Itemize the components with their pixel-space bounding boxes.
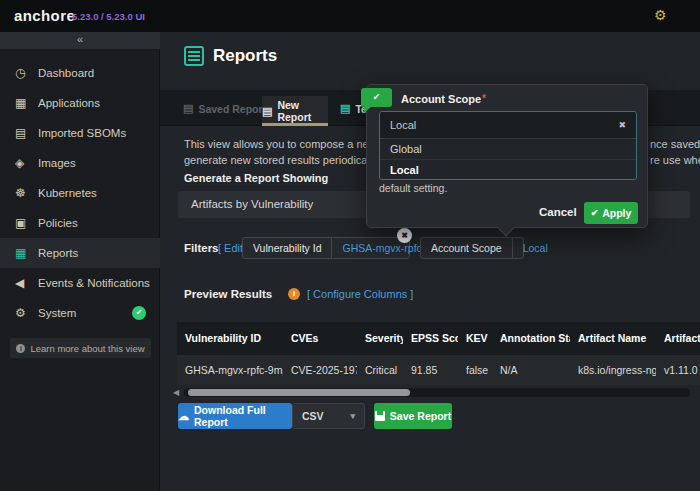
helm-wheel-icon: ☸ [15, 186, 32, 200]
account-scope-field-label: Account Scope* [401, 93, 486, 105]
tag-icon: ◈ [15, 156, 32, 170]
sidebar-item-label: System [38, 307, 76, 319]
sidebar-item-label: Policies [38, 217, 78, 229]
sidebar-nav: ◷ Dashboard ▦ Applications ▤ Imported SB… [0, 58, 160, 328]
anchore-logo: anchore [14, 7, 75, 24]
sidebar: « ◷ Dashboard ▦ Applications ▤ Imported … [0, 32, 160, 491]
remove-filter-icon[interactable]: ✖ [397, 228, 412, 243]
scroll-left-icon[interactable]: ◀ [173, 388, 179, 397]
file-icon: ▤ [15, 126, 32, 140]
configure-columns-link[interactable]: [ Configure Columns ] [307, 288, 413, 300]
save-label: Save Report [390, 410, 451, 422]
popup-tail [498, 220, 515, 237]
sidebar-item-label: Kubernetes [38, 187, 97, 199]
download-label: Download Full Report [194, 404, 292, 428]
sidebar-item-kubernetes[interactable]: ☸ Kubernetes [0, 178, 160, 208]
save-floppy-icon [375, 411, 385, 421]
sidebar-collapse-button[interactable]: « [0, 32, 160, 49]
applied-check-bubble[interactable]: ✔ [361, 88, 392, 107]
chevron-down-icon: ▾ [350, 411, 355, 421]
version-label: 5.23.0 / 5.23.0 UI [72, 11, 145, 22]
format-label: CSV [302, 410, 324, 422]
anchore-app: anchore 5.23.0 / 5.23.0 UI ⚙ « ◷ Dashboa… [0, 0, 700, 491]
column-header: CVEs [283, 332, 357, 344]
save-report-button[interactable]: Save Report [374, 403, 452, 429]
helper-text-fragment: default setting. [379, 182, 447, 194]
option-global[interactable]: Global [380, 139, 636, 159]
table-header-row: Vulnerability ID CVEs Severity EPSS Scor… [177, 322, 700, 354]
column-header: Annotation Status [492, 332, 570, 344]
cell-vulnerability-id: GHSA-mgvx-rpfc-9mpv [177, 364, 283, 376]
filter-chip-account-scope[interactable]: Account Scope Local [420, 237, 524, 259]
preview-info-icon[interactable]: i [288, 288, 300, 300]
sidebar-item-images[interactable]: ◈ Images [0, 148, 160, 178]
sidebar-item-label: Applications [38, 97, 100, 109]
column-header: Artifact Name [570, 332, 656, 344]
chip-name: Vulnerability Id [243, 238, 331, 258]
table-row[interactable]: GHSA-mgvx-rpfc-9mpv CVE-2025-1974 Critic… [177, 354, 700, 385]
apply-label: Apply [602, 207, 631, 219]
tab-new-report[interactable]: ▤ New Report [262, 96, 328, 126]
cell-kev: false [458, 364, 492, 376]
briefcase-icon: ▣ [15, 216, 32, 230]
learn-more-button[interactable]: i Learn more about this view [10, 338, 151, 358]
column-header: Vulnerability ID [177, 332, 283, 344]
sidebar-item-label: Reports [38, 247, 78, 259]
generate-report-label: Generate a Report Showing [184, 172, 328, 184]
main-content: Reports ▤ Saved Reports ▤ New Report ▤ T… [160, 32, 700, 491]
tab-saved-reports[interactable]: ▤ Saved Reports [183, 102, 272, 115]
reports-page-icon [184, 46, 204, 66]
chip-name: Account Scope [421, 238, 512, 258]
tab-label: Saved Reports [198, 103, 272, 115]
clear-input-icon[interactable]: ✖ [618, 120, 626, 130]
check-icon: ✔ [591, 208, 599, 218]
column-header: Severity [357, 332, 403, 344]
cloud-download-icon: ☁↓ [178, 411, 189, 422]
table-icon: ▦ [15, 246, 32, 260]
sidebar-item-system[interactable]: ⚙ System ✔ [0, 298, 160, 328]
download-full-report-button[interactable]: ☁↓ Download Full Report [178, 403, 292, 429]
column-header: KEV [458, 332, 492, 344]
applications-icon: ▦ [15, 96, 32, 110]
top-bar: anchore 5.23.0 / 5.23.0 UI ⚙ [0, 0, 700, 32]
sidebar-item-imported-sboms[interactable]: ▤ Imported SBOMs [0, 118, 160, 148]
chip-value: Local [512, 238, 558, 258]
settings-gear-icon[interactable]: ⚙ [654, 8, 667, 22]
cell-epss-score: 91.85 [403, 364, 458, 376]
cancel-button[interactable]: Cancel [539, 206, 577, 218]
learn-more-label: Learn more about this view [30, 343, 144, 354]
input-value: Local [390, 119, 416, 131]
info-icon: i [16, 344, 25, 353]
format-select-csv[interactable]: CSV ▾ [292, 403, 365, 429]
filters-label: Filters [184, 242, 219, 254]
account-scope-input[interactable]: Local ✖ [380, 112, 636, 139]
page-title: Reports [213, 46, 277, 66]
cell-artifact-name: k8s.io/ingress-nginx [570, 364, 656, 376]
filter-chip-vulnerability-id[interactable]: Vulnerability Id GHSA-mgvx-rpfc-9mpv [242, 237, 410, 259]
system-healthy-check-icon: ✔ [132, 306, 146, 320]
megaphone-icon: ◀ [15, 276, 32, 290]
account-scope-dropdown: Local ✖ Global Local [379, 111, 637, 180]
sidebar-item-policies[interactable]: ▣ Policies [0, 208, 160, 238]
option-local[interactable]: Local [380, 159, 636, 179]
column-header: Artifact Ve [656, 332, 700, 344]
column-header: EPSS Score [403, 332, 458, 344]
sidebar-item-reports[interactable]: ▦ Reports [0, 238, 160, 268]
cell-annotation-status: N/A [492, 364, 570, 376]
apply-button[interactable]: ✔ Apply [584, 202, 638, 224]
required-asterisk: * [482, 93, 486, 104]
sidebar-item-label: Images [38, 157, 76, 169]
gear-icon: ⚙ [15, 306, 32, 320]
sidebar-item-applications[interactable]: ▦ Applications [0, 88, 160, 118]
horizontal-scrollbar-thumb[interactable] [188, 389, 410, 396]
account-scope-popup: ✔ Account Scope* Local ✖ Global Local de… [366, 84, 648, 228]
sidebar-item-label: Imported SBOMs [38, 127, 126, 139]
template-file-icon: ▤ [340, 102, 350, 115]
sidebar-item-dashboard[interactable]: ◷ Dashboard [0, 58, 160, 88]
sidebar-item-events-notifications[interactable]: ◀ Events & Notifications [0, 268, 160, 298]
preview-results-label: Preview Results [184, 288, 272, 300]
check-icon: ✔ [373, 92, 381, 102]
new-report-icon: ▤ [262, 105, 272, 118]
intro-text-line2-right: re use when cr [650, 152, 700, 168]
sidebar-item-label: Dashboard [38, 67, 94, 79]
